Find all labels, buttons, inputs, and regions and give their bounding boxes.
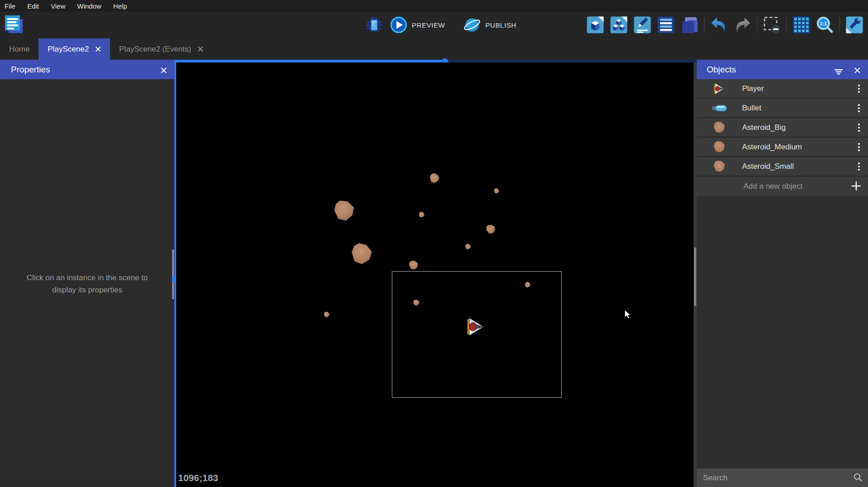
deselect-all-icon[interactable]: [763, 16, 781, 34]
object-search-bar: [697, 468, 868, 487]
objects-header: Objects: [697, 60, 868, 79]
search-icon: [854, 473, 863, 484]
toolbar: PREVIEW PUBLISH: [0, 12, 868, 38]
toolbar-separator: [786, 17, 787, 33]
object-item-asteroid-small[interactable]: Asteroid_Small: [697, 157, 868, 177]
toolbar-separator: [839, 17, 840, 33]
asteroid-big[interactable]: [349, 242, 373, 266]
object-menu-icon[interactable]: [856, 141, 862, 153]
object-menu-icon[interactable]: [856, 122, 862, 134]
scene-properties-icon[interactable]: [845, 16, 863, 34]
mouse-cursor: [624, 310, 632, 319]
add-object-label: Add a new object: [743, 182, 802, 191]
debug-bug-icon[interactable]: [365, 16, 383, 34]
properties-empty-message: Click on an instance in the scene to dis…: [0, 272, 174, 296]
asteroid-medium[interactable]: [485, 223, 497, 235]
objects-editor-icon[interactable]: [586, 16, 604, 34]
menu-file[interactable]: File: [5, 2, 15, 10]
objects-panel: Objects Player: [697, 60, 868, 487]
menu-edit[interactable]: Edit: [27, 2, 39, 10]
publish-globe-icon[interactable]: [463, 16, 481, 34]
instances-list-icon[interactable]: [657, 16, 675, 34]
scene-canvas[interactable]: 1096;183: [176, 62, 694, 487]
object-label: Asteroid_Medium: [742, 143, 802, 152]
properties-panel: Properties Click on an instance in the s…: [0, 60, 174, 487]
asteroid-small[interactable]: [465, 244, 471, 250]
menu-view[interactable]: View: [51, 2, 65, 10]
plus-icon: [851, 181, 862, 193]
object-item-bullet[interactable]: Bullet: [697, 99, 868, 118]
close-icon[interactable]: [160, 66, 167, 76]
asteroid-small[interactable]: [324, 312, 330, 318]
scene-editor-canvas: 1096;183: [174, 60, 697, 487]
canvas-scrollbar-thumb[interactable]: [694, 248, 696, 306]
player-ship[interactable]: [468, 318, 485, 336]
object-item-asteroid-big[interactable]: Asteroid_Big: [697, 118, 868, 138]
asteroid-icon: [709, 161, 729, 172]
project-manager-icon[interactable]: [4, 14, 24, 35]
properties-editor-icon[interactable]: [633, 16, 651, 34]
search-input[interactable]: [697, 468, 868, 487]
object-label: Asteroid_Big: [742, 123, 786, 132]
publish-button[interactable]: PUBLISH: [485, 21, 516, 29]
bullet-icon: [709, 105, 729, 112]
object-menu-icon[interactable]: [856, 161, 862, 172]
object-item-asteroid-medium[interactable]: Asteroid_Medium: [697, 138, 868, 157]
zoom-1-1-icon[interactable]: 1:1: [816, 16, 834, 34]
redo-icon[interactable]: [733, 16, 752, 34]
tab-playscene2-events[interactable]: PlayScene2 (Events): [110, 38, 212, 60]
asteroid-small[interactable]: [494, 188, 499, 194]
tab-bar: Home PlayScene2 PlayScene2 (Events): [0, 38, 868, 60]
toolbar-separator: [757, 17, 757, 33]
object-groups-editor-icon[interactable]: [610, 16, 628, 34]
svg-text:1:1: 1:1: [820, 21, 827, 26]
asteroid-medium[interactable]: [429, 172, 440, 184]
object-menu-icon[interactable]: [856, 102, 862, 114]
object-menu-icon[interactable]: [856, 83, 862, 95]
asteroid-icon: [709, 141, 729, 153]
tab-label: Home: [9, 45, 29, 54]
undo-icon[interactable]: [710, 16, 728, 34]
tab-home[interactable]: Home: [0, 38, 39, 60]
menu-window[interactable]: Window: [77, 2, 101, 10]
objects-title: Objects: [707, 65, 736, 75]
object-item-player[interactable]: Player: [697, 79, 868, 99]
toolbar-separator: [704, 17, 704, 33]
asteroid-medium[interactable]: [409, 261, 419, 270]
tab-label: PlayScene2 (Events): [119, 45, 191, 54]
menu-help[interactable]: Help: [113, 2, 127, 10]
asteroid-big[interactable]: [334, 201, 355, 221]
asteroid-icon: [709, 122, 729, 134]
play-circle-icon[interactable]: [390, 16, 408, 34]
tab-label: PlayScene2: [48, 45, 89, 54]
properties-scrollbar-thumb[interactable]: [172, 249, 174, 299]
menu-bar: File Edit View Window Help: [0, 0, 868, 12]
preview-button[interactable]: PREVIEW: [412, 21, 445, 29]
layers-editor-icon[interactable]: [680, 16, 699, 34]
properties-header: Properties: [0, 60, 174, 79]
add-object-button[interactable]: Add a new object: [697, 177, 868, 196]
asteroid-small[interactable]: [417, 210, 425, 219]
properties-title: Properties: [11, 65, 50, 75]
close-icon[interactable]: [854, 66, 861, 76]
player-ship-icon: [709, 83, 729, 94]
close-icon[interactable]: [198, 46, 203, 52]
tab-playscene2[interactable]: PlayScene2: [39, 38, 110, 60]
grid-icon[interactable]: [792, 16, 810, 34]
close-icon[interactable]: [95, 46, 101, 52]
object-label: Asteroid_Small: [742, 162, 794, 171]
object-label: Player: [742, 84, 764, 93]
object-label: Bullet: [742, 104, 762, 113]
filter-icon[interactable]: [834, 67, 843, 77]
cursor-coordinates: 1096;183: [178, 473, 218, 483]
